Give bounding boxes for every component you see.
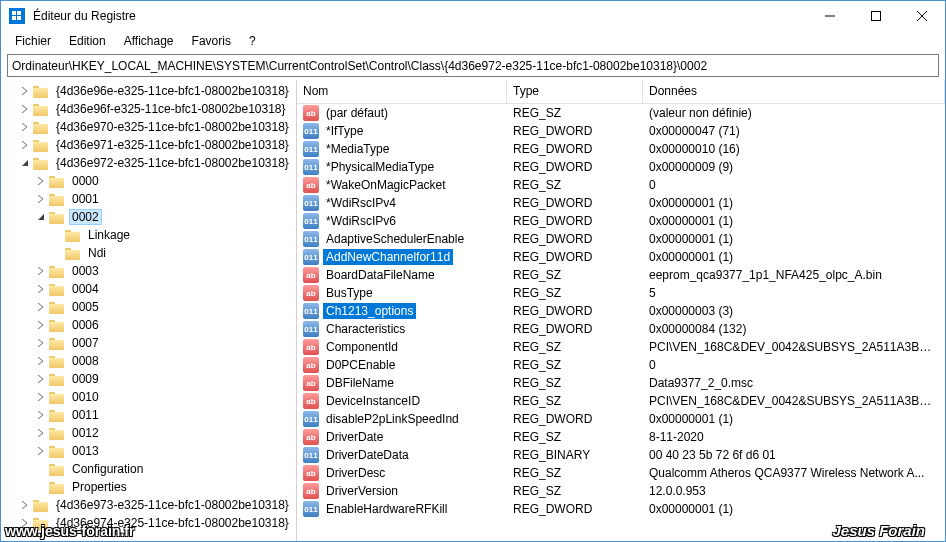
tree-item[interactable]: 0003	[1, 262, 296, 280]
chevron-down-icon[interactable]	[33, 209, 49, 225]
value-data: PCI\VEN_168C&DEV_0042&SUBSYS_2A511A3B&RE…	[643, 394, 945, 408]
chevron-right-icon[interactable]	[17, 119, 33, 135]
binary-value-icon: 011	[303, 123, 319, 139]
maximize-button[interactable]	[853, 1, 899, 31]
tree-label: {4d36e971-e325-11ce-bfc1-08002be10318}	[53, 137, 292, 153]
value-name: AdaptiveSchedulerEnable	[323, 231, 467, 247]
folder-icon	[33, 156, 49, 170]
string-value-icon: ab	[303, 483, 319, 499]
tree-item[interactable]: 0007	[1, 334, 296, 352]
chevron-right-icon[interactable]	[33, 317, 49, 333]
value-row[interactable]: abDBFileNameREG_SZData9377_2_0.msc	[297, 374, 945, 392]
value-row[interactable]: ab*WakeOnMagicPacketREG_SZ0	[297, 176, 945, 194]
minimize-button[interactable]	[807, 1, 853, 31]
value-row[interactable]: abDriverDescREG_SZQualcomm Atheros QCA93…	[297, 464, 945, 482]
tree-item[interactable]: 0006	[1, 316, 296, 334]
value-row[interactable]: abDriverDateREG_SZ8-11-2020	[297, 428, 945, 446]
value-row[interactable]: 011CharacteristicsREG_DWORD0x00000084 (1…	[297, 320, 945, 338]
value-row[interactable]: 011Ch1213_optionsREG_DWORD0x00000003 (3)	[297, 302, 945, 320]
value-row[interactable]: 011EnableHardwareRFKillREG_DWORD0x000000…	[297, 500, 945, 518]
tree-panel[interactable]: {4d36e96e-e325-11ce-bfc1-08002be10318}{4…	[1, 80, 297, 541]
tree-item[interactable]: 0005	[1, 298, 296, 316]
menu-help[interactable]: ?	[241, 32, 264, 50]
tree-item[interactable]: {4d36e96f-e325-11ce-bfc1-08002be10318}	[1, 100, 296, 118]
tree-item[interactable]: 0000	[1, 172, 296, 190]
tree-item[interactable]: 0011	[1, 406, 296, 424]
tree-item[interactable]: Ndi	[1, 244, 296, 262]
chevron-right-icon[interactable]	[33, 281, 49, 297]
folder-icon	[49, 462, 65, 476]
folder-icon	[65, 246, 81, 260]
chevron-right-icon[interactable]	[17, 137, 33, 153]
tree-item[interactable]: 0012	[1, 424, 296, 442]
tree-item[interactable]: {4d36e970-e325-11ce-bfc1-08002be10318}	[1, 118, 296, 136]
value-row[interactable]: 011disableP2pLinkSpeedIndREG_DWORD0x0000…	[297, 410, 945, 428]
menu-favorites[interactable]: Favoris	[184, 32, 239, 50]
tree-item[interactable]: 0004	[1, 280, 296, 298]
value-type: REG_SZ	[507, 358, 643, 372]
tree-item[interactable]: {4d36e972-e325-11ce-bfc1-08002be10318}	[1, 154, 296, 172]
tree-item[interactable]: Linkage	[1, 226, 296, 244]
value-data: 0x00000003 (3)	[643, 304, 945, 318]
menu-file[interactable]: Fichier	[7, 32, 59, 50]
value-row[interactable]: abBoardDataFileNameREG_SZeeprom_qca9377_…	[297, 266, 945, 284]
chevron-right-icon[interactable]	[33, 263, 49, 279]
tree-item[interactable]: Properties	[1, 478, 296, 496]
col-type[interactable]: Type	[507, 80, 643, 103]
chevron-right-icon[interactable]	[33, 191, 49, 207]
chevron-right-icon[interactable]	[33, 389, 49, 405]
col-name[interactable]: Nom	[297, 80, 507, 103]
value-row[interactable]: 011AdaptiveSchedulerEnableREG_DWORD0x000…	[297, 230, 945, 248]
chevron-right-icon[interactable]	[17, 101, 33, 117]
tree-item[interactable]: 0001	[1, 190, 296, 208]
chevron-right-icon[interactable]	[33, 335, 49, 351]
value-name: DriverDesc	[323, 465, 388, 481]
chevron-right-icon[interactable]	[17, 497, 33, 513]
value-row[interactable]: abBusTypeREG_SZ5	[297, 284, 945, 302]
tree-item[interactable]: 0002	[1, 208, 296, 226]
address-bar[interactable]: Ordinateur\HKEY_LOCAL_MACHINE\SYSTEM\Cur…	[7, 54, 939, 77]
tree-item[interactable]: 0008	[1, 352, 296, 370]
tree-item[interactable]: {4d36e96e-e325-11ce-bfc1-08002be10318}	[1, 82, 296, 100]
value-row[interactable]: 011*PhysicalMediaTypeREG_DWORD0x00000009…	[297, 158, 945, 176]
value-row[interactable]: 011*WdiRscIPv4REG_DWORD0x00000001 (1)	[297, 194, 945, 212]
value-row[interactable]: ab(par défaut)REG_SZ(valeur non définie)	[297, 104, 945, 122]
value-row[interactable]: 011*IfTypeREG_DWORD0x00000047 (71)	[297, 122, 945, 140]
tree-label: {4d36e973-e325-11ce-bfc1-08002be10318}	[53, 497, 292, 513]
spacer	[33, 461, 49, 477]
menu-edit[interactable]: Edition	[61, 32, 114, 50]
tree-item[interactable]: 0009	[1, 370, 296, 388]
value-row[interactable]: 011DriverDateDataREG_BINARY00 40 23 5b 7…	[297, 446, 945, 464]
chevron-right-icon[interactable]	[33, 425, 49, 441]
tree-item[interactable]: 0010	[1, 388, 296, 406]
value-row[interactable]: abD0PCEnableREG_SZ0	[297, 356, 945, 374]
chevron-right-icon[interactable]	[33, 173, 49, 189]
tree-item[interactable]: {4d36e973-e325-11ce-bfc1-08002be10318}	[1, 496, 296, 514]
value-row[interactable]: 011AddNewChannelfor11dREG_DWORD0x0000000…	[297, 248, 945, 266]
chevron-down-icon[interactable]	[17, 155, 33, 171]
value-row[interactable]: 011*MediaTypeREG_DWORD0x00000010 (16)	[297, 140, 945, 158]
chevron-right-icon[interactable]	[33, 353, 49, 369]
col-data[interactable]: Données	[643, 80, 945, 103]
chevron-right-icon[interactable]	[33, 299, 49, 315]
chevron-right-icon[interactable]	[33, 443, 49, 459]
value-row[interactable]: abDeviceInstanceIDREG_SZPCI\VEN_168C&DEV…	[297, 392, 945, 410]
chevron-right-icon[interactable]	[33, 371, 49, 387]
value-row[interactable]: abDriverVersionREG_SZ12.0.0.953	[297, 482, 945, 500]
close-button[interactable]	[899, 1, 945, 31]
value-row[interactable]: 011*WdiRscIPv6REG_DWORD0x00000001 (1)	[297, 212, 945, 230]
value-data: 5	[643, 286, 945, 300]
value-row[interactable]: abComponentIdREG_SZPCI\VEN_168C&DEV_0042…	[297, 338, 945, 356]
tree-label: 0001	[69, 191, 102, 207]
tree-label: 0003	[69, 263, 102, 279]
folder-icon	[49, 192, 65, 206]
list-body[interactable]: ab(par défaut)REG_SZ(valeur non définie)…	[297, 104, 945, 541]
chevron-right-icon[interactable]	[33, 407, 49, 423]
tree-item[interactable]: 0013	[1, 442, 296, 460]
menu-view[interactable]: Affichage	[116, 32, 182, 50]
string-value-icon: ab	[303, 465, 319, 481]
chevron-right-icon[interactable]	[17, 83, 33, 99]
value-name: *WakeOnMagicPacket	[323, 177, 449, 193]
tree-item[interactable]: {4d36e971-e325-11ce-bfc1-08002be10318}	[1, 136, 296, 154]
tree-item[interactable]: Configuration	[1, 460, 296, 478]
